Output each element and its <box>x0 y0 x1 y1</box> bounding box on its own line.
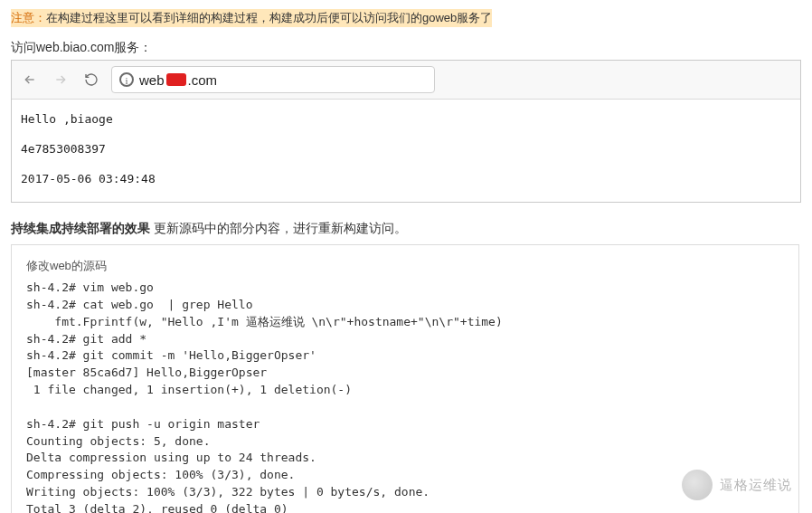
arrow-right-icon <box>53 72 68 87</box>
access-label: 访问web.biao.com服务： <box>11 40 801 56</box>
code-caption: 修改web的源码 <box>26 258 784 274</box>
body-line-3: 2017-05-06 03:49:48 <box>21 172 791 185</box>
code-body: sh-4.2# vim web.go sh-4.2# cat web.go | … <box>26 280 784 513</box>
redaction-block <box>166 73 186 86</box>
browser-toolbar: i web .com <box>12 61 800 100</box>
browser-body: Hello ,biaoge 4e7853008397 2017-05-06 03… <box>12 100 800 202</box>
note-banner: 注意：在构建过程这里可以看到详细的构建过程，构建成功后便可以访问我们的goweb… <box>11 9 492 27</box>
body-line-2: 4e7853008397 <box>21 142 791 156</box>
site-info-icon[interactable]: i <box>119 72 134 87</box>
body-line-1: Hello ,biaoge <box>21 112 791 126</box>
back-button[interactable] <box>19 69 41 90</box>
note-body: 在构建过程这里可以看到详细的构建过程，构建成功后便可以访问我们的goweb服务了 <box>46 11 492 24</box>
subheading-bold: 持续集成持续部署的效果 <box>11 221 150 235</box>
forward-button[interactable] <box>50 69 71 90</box>
code-block: 修改web的源码 sh-4.2# vim web.go sh-4.2# cat … <box>11 244 799 513</box>
url-left: web <box>139 72 165 88</box>
browser-window: i web .com Hello ,biaoge 4e7853008397 20… <box>11 60 801 203</box>
url-right: .com <box>188 72 218 88</box>
url-text: web .com <box>139 72 217 88</box>
subheading-rest: 更新源码中的部分内容，进行重新构建访问。 <box>150 221 407 235</box>
reload-icon <box>84 72 99 87</box>
note-prefix: 注意： <box>11 11 46 24</box>
subheading: 持续集成持续部署的效果 更新源码中的部分内容，进行重新构建访问。 <box>11 221 801 237</box>
arrow-left-icon <box>23 72 37 87</box>
address-bar[interactable]: i web .com <box>111 66 435 93</box>
reload-button[interactable] <box>80 69 102 90</box>
